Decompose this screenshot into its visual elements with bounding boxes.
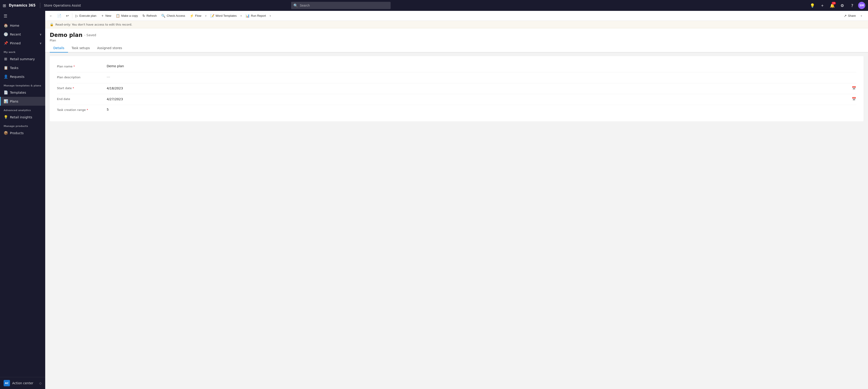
help-icon-btn[interactable]: ? (848, 1, 856, 9)
history-button[interactable]: ↩ (64, 12, 71, 19)
flow-button[interactable]: ⚡ Flow (187, 12, 204, 19)
task-creation-value: 5 (107, 108, 856, 111)
word-templates-chevron-button[interactable]: ∨ (239, 13, 243, 18)
tab-details[interactable]: Details (50, 44, 68, 53)
sidebar-label-retail-summary: Retail summary (10, 57, 35, 61)
record-header: Demo plan - Saved Plan (45, 28, 868, 44)
sidebar-item-home[interactable]: 🏠 Home (0, 21, 45, 30)
action-center-diamond-icon: ◇ (39, 381, 41, 385)
sidebar-item-action-center[interactable]: AC Action center ◇ (0, 377, 45, 389)
sidebar: ☰ 🏠 Home 🕐 Recent ∨ 📌 Pinned ∨ My work ⊞… (0, 11, 45, 389)
start-date-label: Start date * (57, 86, 107, 90)
new-icon: ＋ (101, 13, 104, 18)
make-copy-label: Make a copy (121, 14, 138, 18)
sidebar-item-retail-insights[interactable]: 💡 Retail insights (0, 113, 45, 121)
run-report-chevron-icon: ∨ (270, 15, 271, 17)
flow-icon: ⚡ (190, 14, 194, 18)
templates-icon: 📄 (4, 90, 8, 94)
command-bar: ← 📄 ↩ ▷ Execute plan ＋ New 📋 Make a copy (45, 11, 868, 21)
tabs-bar: Details Task setups Assigned stores (45, 44, 868, 53)
advanced-section: Advanced analytics (0, 106, 45, 113)
my-work-section: My work (0, 48, 45, 55)
required-star-start-date: * (72, 86, 74, 90)
settings-icon-btn[interactable]: ⚙ (838, 1, 846, 9)
notification-icon-btn[interactable]: 🔔 10 (828, 1, 836, 9)
run-report-chevron-button[interactable]: ∨ (268, 13, 272, 18)
sidebar-item-plans[interactable]: 📊 Plans (0, 97, 45, 106)
search-input[interactable] (300, 4, 388, 7)
sidebar-item-templates[interactable]: 📄 Templates (0, 88, 45, 97)
form-row-start-date: Start date * 4/18/2023 📅 (57, 83, 856, 94)
add-icon-btn[interactable]: ＋ (818, 1, 827, 9)
required-star-task-creation: * (87, 108, 88, 112)
sidebar-label-tasks: Tasks (10, 66, 19, 70)
cmd-divider-1 (72, 13, 72, 19)
topbar-right: 💡 ＋ 🔔 10 ⚙ ? SM (808, 1, 865, 9)
insights-icon: 💡 (4, 115, 8, 119)
record-saved-badge: - Saved (84, 33, 96, 37)
chevron-down-icon-pinned: ∨ (39, 41, 41, 45)
sidebar-label-requests: Requests (10, 75, 24, 79)
sidebar-item-retail-summary[interactable]: ⊞ Retail summary (0, 55, 45, 63)
run-report-button[interactable]: 📊 Run Report (243, 12, 268, 19)
notification-badge: 10 (832, 2, 836, 4)
calendar-icon-start[interactable]: 📅 (852, 86, 856, 90)
sidebar-label-recent: Recent (10, 33, 21, 36)
end-date-value: 4/27/2023 📅 (107, 97, 856, 101)
plan-description-label: Plan description (57, 75, 107, 79)
app-name[interactable]: Dynamics 365 (9, 3, 35, 7)
lock-icon: 🔒 (50, 23, 54, 26)
new-button[interactable]: ＋ New (98, 12, 114, 19)
word-templates-chevron-icon: ∨ (240, 15, 242, 17)
nav-toggle[interactable]: ☰ (0, 11, 45, 21)
sidebar-label-retail-insights: Retail insights (10, 115, 32, 119)
word-templates-button[interactable]: 📝 Word Templates (208, 12, 239, 19)
notes-icon: 📄 (57, 14, 61, 18)
chevron-down-icon: ∨ (39, 33, 41, 36)
sidebar-item-requests[interactable]: 👤 Requests (0, 72, 45, 81)
manage-section: Manage templates & plans (0, 81, 45, 88)
history-icon: ↩ (66, 14, 69, 18)
share-chevron-button[interactable]: ∨ (859, 13, 864, 18)
sidebar-label-pinned: Pinned (10, 41, 21, 45)
content-area: ← 📄 ↩ ▷ Execute plan ＋ New 📋 Make a copy (45, 11, 868, 389)
grid-icon[interactable]: ⊞ (3, 3, 6, 8)
products-section: Manage products (0, 121, 45, 129)
word-templates-group: 📝 Word Templates ∨ (208, 12, 243, 19)
search-bar[interactable]: 🔍 (291, 2, 391, 9)
tab-task-setups[interactable]: Task setups (68, 44, 94, 53)
form-row-plan-description: Plan description --- (57, 73, 856, 83)
check-access-icon: 🔍 (161, 14, 165, 18)
sidebar-item-recent[interactable]: 🕐 Recent ∨ (0, 30, 45, 39)
readonly-message: Read-only: You don't have access to edit… (55, 23, 132, 26)
avatar[interactable]: SM (858, 2, 865, 9)
lightbulb-icon-btn[interactable]: 💡 (808, 1, 816, 9)
sidebar-item-pinned[interactable]: 📌 Pinned ∨ (0, 39, 45, 48)
word-icon: 📝 (210, 14, 215, 18)
copy-icon: 📋 (116, 14, 120, 18)
search-icon: 🔍 (293, 3, 298, 8)
plan-name-label: Plan name * (57, 64, 107, 68)
calendar-icon-end[interactable]: 📅 (852, 97, 856, 101)
notes-button[interactable]: 📄 (55, 12, 64, 19)
required-star-plan-name: * (73, 65, 75, 68)
form-section: Plan name * Demo plan Plan description -… (50, 56, 864, 121)
check-access-button[interactable]: 🔍 Check Access (159, 12, 187, 19)
refresh-button[interactable]: ↻ Refresh (140, 12, 159, 19)
back-button[interactable]: ← (47, 12, 55, 19)
sidebar-item-tasks[interactable]: 📋 Tasks (0, 63, 45, 72)
tab-assigned-stores[interactable]: Assigned stores (94, 44, 126, 53)
sidebar-item-products[interactable]: 📦 Products (0, 129, 45, 137)
execute-plan-label: Execute plan (79, 14, 96, 18)
module-name: Store Operations Assist (44, 4, 81, 7)
execute-plan-button[interactable]: ▷ Execute plan (73, 12, 98, 19)
tasks-icon: 📋 (4, 66, 8, 70)
make-copy-button[interactable]: 📋 Make a copy (114, 12, 140, 19)
check-access-label: Check Access (166, 14, 185, 18)
share-button[interactable]: ↗ Share (842, 12, 858, 19)
flow-chevron-button[interactable]: ∨ (204, 13, 208, 18)
flow-chevron-icon: ∨ (205, 15, 207, 17)
sidebar-label-home: Home (10, 24, 19, 27)
sidebar-label-templates: Templates (10, 91, 26, 94)
plan-name-value: Demo plan (107, 64, 856, 68)
